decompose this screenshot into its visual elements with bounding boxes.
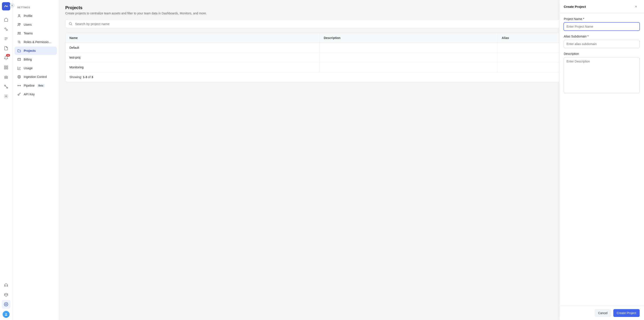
- svg-point-17: [18, 15, 20, 16]
- file-icon: [4, 46, 8, 51]
- page-title: Projects: [65, 5, 638, 10]
- sidebar-item-label: Teams: [24, 32, 33, 35]
- table-header: Name Description Alias: [66, 33, 638, 43]
- nav-support[interactable]: [2, 281, 10, 289]
- drawer-title: Create Project: [564, 5, 586, 9]
- column-description[interactable]: Description: [320, 33, 498, 43]
- table-row[interactable]: Monitoring: [66, 63, 638, 72]
- grid-icon: [4, 65, 8, 70]
- key-icon: [17, 92, 21, 96]
- svg-rect-3: [4, 66, 6, 67]
- svg-point-22: [19, 42, 20, 43]
- app-logo[interactable]: [2, 2, 10, 11]
- box-icon: [4, 292, 8, 297]
- create-project-button[interactable]: Create Project: [613, 309, 640, 317]
- close-button[interactable]: [634, 4, 640, 9]
- nav-settings[interactable]: [2, 300, 10, 309]
- project-name-label: Project Name *: [564, 17, 640, 21]
- table-row[interactable]: Default: [66, 43, 638, 53]
- nav-lists[interactable]: [2, 34, 10, 43]
- cog-icon: [4, 94, 8, 98]
- cell-name: Default: [66, 43, 320, 53]
- nav-alerts[interactable]: 15: [2, 54, 10, 62]
- cell-name: Monitoring: [66, 63, 320, 72]
- table-row[interactable]: test-proj: [66, 53, 638, 63]
- projects-table: Name Description Alias Default test-proj…: [65, 33, 638, 82]
- sidebar-item-label: Ingestion Control: [24, 75, 47, 79]
- teams-icon: [17, 31, 21, 35]
- nav-home[interactable]: [2, 15, 10, 24]
- cell-description: [320, 53, 498, 62]
- pipeline-icon: [17, 84, 21, 88]
- sidebar-item-teams[interactable]: Teams: [14, 29, 57, 38]
- drawer-header: Create Project: [559, 0, 644, 13]
- sidebar-item-users[interactable]: Users: [14, 21, 57, 29]
- user-avatar[interactable]: [2, 311, 10, 318]
- svg-point-16: [6, 313, 6, 314]
- svg-point-26: [18, 76, 20, 78]
- sidebar-item-usage[interactable]: Usage: [14, 64, 57, 72]
- profile-icon: [17, 14, 21, 18]
- collapse-sidebar-button[interactable]: [10, 3, 14, 8]
- alerts-badge: 15: [6, 54, 10, 57]
- drawer-body: Project Name * Alias Subdomain * Descrip…: [559, 13, 644, 306]
- svg-rect-4: [6, 66, 8, 67]
- search-bar[interactable]: [65, 19, 638, 28]
- description-textarea[interactable]: [564, 57, 640, 93]
- cell-description: [320, 63, 498, 72]
- sidebar-item-projects[interactable]: Projects: [14, 47, 57, 55]
- settings-heading: SETTINGS: [14, 6, 57, 12]
- drawer-footer: Cancel Create Project: [559, 306, 644, 320]
- avatar-icon: [4, 312, 8, 316]
- ingestion-icon: [17, 75, 21, 79]
- svg-rect-23: [18, 58, 21, 61]
- svg-point-25: [18, 75, 21, 78]
- column-name[interactable]: Name: [66, 33, 320, 43]
- sidebar-item-ingestion[interactable]: Ingestion Control: [14, 73, 57, 81]
- sidebar-item-apikey[interactable]: API Key: [14, 90, 57, 98]
- sidebar-item-label: API Key: [24, 93, 35, 96]
- users-icon: [17, 23, 21, 27]
- sidebar-item-roles[interactable]: Roles & Permissio...: [14, 38, 57, 46]
- table-footer: Showing: 1-3 of 3: [66, 72, 638, 82]
- sidebar-item-label: Usage: [24, 66, 32, 70]
- billing-icon: [17, 58, 21, 61]
- sidebar-item-label: Projects: [24, 49, 36, 53]
- project-name-input[interactable]: [564, 23, 640, 31]
- sidebar-item-billing[interactable]: Billing: [14, 55, 57, 64]
- nav-package[interactable]: [2, 290, 10, 299]
- nav-apps[interactable]: [2, 63, 10, 72]
- create-project-drawer: Create Project Project Name * Alias Subd…: [559, 0, 644, 320]
- main-content: Projects Create projects to centralize t…: [59, 0, 644, 320]
- svg-point-14: [6, 96, 7, 97]
- nav-contacts[interactable]: [2, 25, 10, 34]
- svg-point-30: [18, 94, 19, 95]
- description-label: Description: [564, 52, 640, 56]
- sidebar-item-label: Roles & Permissio...: [24, 40, 51, 44]
- close-icon: [634, 5, 638, 8]
- home-icon: [4, 18, 8, 22]
- nav-bot[interactable]: [2, 73, 10, 81]
- svg-rect-7: [4, 76, 8, 79]
- cancel-button[interactable]: Cancel: [594, 309, 611, 317]
- search-input[interactable]: [75, 22, 635, 26]
- svg-point-18: [18, 23, 19, 25]
- usage-icon: [17, 66, 21, 70]
- roles-icon: [17, 40, 21, 44]
- handshake-icon: [4, 27, 8, 31]
- svg-line-13: [6, 86, 7, 88]
- alias-input[interactable]: [564, 40, 640, 48]
- nav-network[interactable]: [2, 82, 10, 91]
- svg-point-19: [20, 24, 21, 25]
- nav-config[interactable]: [2, 92, 10, 101]
- svg-rect-6: [6, 68, 8, 69]
- sidebar-item-pipeline[interactable]: Pipeline Beta: [14, 81, 57, 90]
- svg-point-20: [18, 32, 19, 33]
- sidebar-item-profile[interactable]: Profile: [14, 12, 57, 20]
- svg-point-9: [6, 77, 7, 78]
- headset-icon: [4, 283, 8, 287]
- sidebar-item-label: Profile: [24, 14, 32, 18]
- nav-files[interactable]: [2, 44, 10, 53]
- svg-point-21: [20, 32, 21, 33]
- svg-point-31: [69, 23, 72, 25]
